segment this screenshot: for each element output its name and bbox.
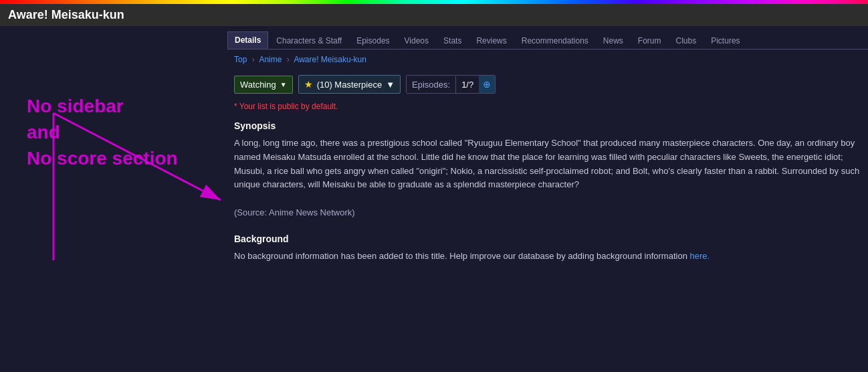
- nav-tabs: Details Characters & Staff Episodes Vide…: [227, 26, 868, 50]
- annotation-line3: No score section: [27, 148, 178, 169]
- tab-episodes[interactable]: Episodes: [350, 33, 396, 49]
- tab-characters-staff[interactable]: Characters & Staff: [269, 33, 348, 49]
- synopsis-text: A long, long time ago, there was a prest…: [234, 138, 859, 189]
- breadcrumb-sep1: ›: [252, 55, 255, 64]
- episodes-control: Episodes: 1/? ⊕: [406, 75, 496, 94]
- status-arrow-icon: ▼: [280, 81, 287, 88]
- annotation-line2: and: [27, 122, 60, 143]
- breadcrumb-sep2: ›: [287, 55, 290, 64]
- breadcrumb: Top › Anime › Aware! Meisaku-kun: [234, 50, 861, 70]
- tab-videos[interactable]: Videos: [398, 33, 435, 49]
- annotation-line1: No sidebar: [27, 96, 124, 116]
- background-link[interactable]: here.: [689, 251, 710, 261]
- episodes-value: 1/?: [456, 76, 479, 93]
- tab-reviews[interactable]: Reviews: [469, 33, 513, 49]
- tab-recommendations[interactable]: Recommendations: [515, 33, 595, 49]
- synopsis-content: A long, long time ago, there was a prest…: [234, 136, 861, 220]
- background-content: No background information has been added…: [234, 250, 861, 264]
- user-controls: Watching ▼ ★ (10) Masterpiece ▼ Episodes…: [234, 70, 861, 99]
- background-text: No background information has been added…: [234, 251, 689, 261]
- breadcrumb-top[interactable]: Top: [234, 55, 247, 64]
- annotation-arrow: [0, 26, 227, 367]
- status-dropdown[interactable]: Watching ▼: [234, 76, 293, 94]
- synopsis-source: (Source: Anime News Network): [234, 207, 355, 217]
- episodes-label: Episodes:: [407, 76, 456, 93]
- content-area: Details Characters & Staff Episodes Vide…: [227, 26, 868, 367]
- breadcrumb-current[interactable]: Aware! Meisaku-kun: [294, 55, 366, 64]
- synopsis-title: Synopsis: [234, 118, 861, 131]
- page-title: Aware! Meisaku-kun: [0, 4, 868, 26]
- background-title: Background: [234, 231, 861, 244]
- tab-details[interactable]: Details: [227, 31, 268, 49]
- annotation-text: No sidebar and No score section: [27, 93, 178, 172]
- episodes-plus-button[interactable]: ⊕: [479, 76, 495, 93]
- tab-pictures[interactable]: Pictures: [704, 33, 746, 49]
- breadcrumb-anime[interactable]: Anime: [259, 55, 282, 64]
- public-notice: * Your list is public by default.: [234, 99, 861, 118]
- star-icon: ★: [304, 79, 313, 90]
- tab-forum[interactable]: Forum: [631, 33, 668, 49]
- score-dropdown[interactable]: ★ (10) Masterpiece ▼: [298, 75, 401, 94]
- score-label: (10) Masterpiece: [317, 80, 383, 90]
- tab-stats[interactable]: Stats: [437, 33, 468, 49]
- score-arrow-icon: ▼: [386, 80, 395, 90]
- annotation-overlay: No sidebar and No score section: [0, 26, 227, 367]
- status-label: Watching: [240, 80, 276, 90]
- tab-news[interactable]: News: [596, 33, 630, 49]
- tab-clubs[interactable]: Clubs: [669, 33, 703, 49]
